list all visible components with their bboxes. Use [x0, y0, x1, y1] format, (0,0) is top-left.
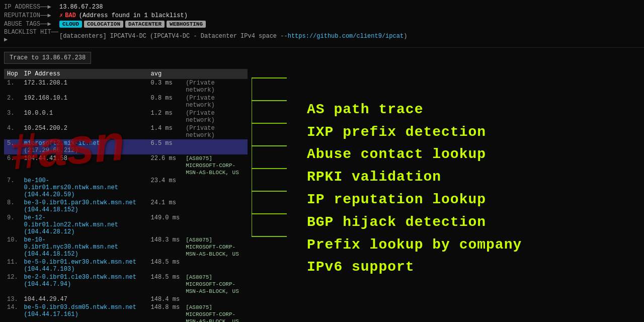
- hop-number: 13.: [4, 295, 21, 303]
- hop-ip: 10.254.200.2: [21, 124, 142, 139]
- hop-note: [183, 258, 248, 273]
- col-avg: avg: [148, 69, 183, 79]
- hop-note: [183, 214, 248, 236]
- feature-item-6: Prefix lookup by company: [307, 234, 629, 257]
- hop-number: 9.: [4, 214, 21, 236]
- hop-number: 11.: [4, 258, 21, 273]
- hop-note: [AS8075] MICROSOFT-CORP-MSN-AS-BLOCK, US: [183, 303, 248, 322]
- hop-number: 8.: [4, 199, 21, 214]
- tag-webhosting: WEBHOSTING: [167, 21, 206, 28]
- feature-item-3: RPKI validation: [307, 166, 629, 189]
- left-panel: #asn Trace to 13.86.67.238 Hop IP Addres…: [0, 48, 252, 322]
- hop-number: 3.: [4, 109, 21, 124]
- features-list: AS path traceIXP prefix detectionAbuse c…: [267, 99, 629, 279]
- hop-note: (Private network): [183, 124, 248, 139]
- table-row: 14.be-5-0.ibr03.dsm05.ntwk.msn.net (104.…: [4, 303, 248, 322]
- hop-number: 6.: [4, 154, 21, 177]
- feature-item-4: IP reputation lookup: [307, 189, 629, 211]
- table-row: 3.10.0.0.11.2 ms(Private network): [4, 109, 248, 124]
- ip-value: 13.86.67.238: [59, 4, 103, 11]
- table-row: 8.be-3-0.ibr01.par30.ntwk.msn.net (104.4…: [4, 199, 248, 214]
- hop-avg: 148.4 ms: [148, 295, 183, 303]
- tag-datacenter: DATACENTER: [125, 21, 165, 28]
- table-row: 12.be-2-0.ibr01.cle30.ntwk.msn.net (104.…: [4, 273, 248, 295]
- hop-note: [AS8075] MICROSOFT-CORP-MSN-AS-BLOCK, US: [183, 236, 248, 258]
- hop-note: [AS8075] MICROSOFT-CORP-MSN-AS-BLOCK, US: [183, 273, 248, 295]
- hop-ip: be-5-0.ibr01.ewr30.ntwk.msn.net (104.44.…: [21, 258, 142, 273]
- hop-avg: 148.3 ms: [148, 236, 183, 258]
- hop-number: 2.: [4, 94, 21, 109]
- table-row: 1.172.31.208.10.3 ms(Private network): [4, 79, 248, 94]
- hop-avg: 1.4 ms: [148, 124, 183, 139]
- hop-ip: be-10-0.ibr01.nyc30.ntwk.msn.net (104.44…: [21, 236, 142, 258]
- hop-avg: 0.8 ms: [148, 94, 183, 109]
- hop-ip: 192.168.10.1: [21, 94, 142, 109]
- hop-avg: 0.3 ms: [148, 79, 183, 94]
- table-row: 4.10.254.200.21.4 ms(Private network): [4, 124, 248, 139]
- hop-number: 12.: [4, 273, 21, 295]
- hop-ip: 10.0.0.1: [21, 109, 142, 124]
- hop-note: [183, 139, 248, 154]
- main-container: #asn Trace to 13.86.67.238 Hop IP Addres…: [0, 48, 644, 322]
- reputation-bad: BAD: [65, 12, 76, 19]
- blacklist-link[interactable]: https://github.com/client9/ipcat: [288, 33, 404, 40]
- table-row: 6.104.44.41.5822.6 ms[AS8075] MICROSOFT-…: [4, 154, 248, 177]
- table-row: 5.microsoft2.mix-it.net (217.29.66.212)6…: [4, 139, 248, 154]
- hop-number: 14.: [4, 303, 21, 322]
- hop-avg: 149.0 ms: [148, 214, 183, 236]
- hop-note: [AS8075] MICROSOFT-CORP-MSN-AS-BLOCK, US: [183, 154, 248, 177]
- hop-note: [183, 199, 248, 214]
- hop-ip: 104.44.29.47: [21, 295, 142, 303]
- hop-note: [183, 177, 248, 199]
- blacklist-text: [datacenters] IPCATV4-DC (IPCATV4-DC - D…: [59, 33, 288, 40]
- hop-ip[interactable]: microsoft2.mix-it.net (217.29.66.212): [21, 139, 142, 154]
- hop-ip: be-5-0.ibr03.dsm05.ntwk.msn.net (104.44.…: [21, 303, 142, 322]
- hop-avg: 6.5 ms: [148, 139, 183, 154]
- hop-avg: 148.5 ms: [148, 273, 183, 295]
- tag-cloud: CLOUD: [59, 21, 82, 28]
- hop-avg: 24.1 ms: [148, 199, 183, 214]
- table-row: 9.be-12-0.ibr01.lon22.ntwk.msn.net (104.…: [4, 214, 248, 236]
- hop-ip: be-2-0.ibr01.cle30.ntwk.msn.net (104.44.…: [21, 273, 142, 295]
- hop-avg: 148.8 ms: [148, 303, 183, 322]
- trace-table: Hop IP Address avg 1.172.31.208.10.3 ms(…: [4, 69, 248, 322]
- ip-label: IP ADDRESS——▶: [4, 3, 59, 11]
- feature-item-0: AS path trace: [307, 99, 629, 121]
- table-row: 7.be-100-0.ibr01.mrs20.ntwk.msn.net (104…: [4, 177, 248, 199]
- feature-item-2: Abuse contact lookup: [307, 143, 629, 166]
- hop-number: 7.: [4, 177, 21, 199]
- table-row: 10.be-10-0.ibr01.nyc30.ntwk.msn.net (104…: [4, 236, 248, 258]
- hop-number: 5.: [4, 139, 21, 154]
- reputation-detail: (Address found in 1 blacklist): [79, 12, 188, 19]
- hop-ip: be-12-0.ibr01.lon22.ntwk.msn.net (104.44…: [21, 214, 142, 236]
- hop-note: (Private network): [183, 79, 248, 94]
- hop-avg: 1.2 ms: [148, 109, 183, 124]
- trace-button[interactable]: Trace to 13.86.67.238: [4, 52, 91, 64]
- hop-avg: 23.4 ms: [148, 177, 183, 199]
- hop-ip: be-100-0.ibr01.mrs20.ntwk.msn.net (104.4…: [21, 177, 142, 199]
- col-info: [183, 69, 248, 79]
- col-hop: Hop: [4, 69, 21, 79]
- col-ip: IP Address: [21, 69, 142, 79]
- tag-colocation: COLOCATION: [84, 21, 123, 28]
- hop-ip: 104.44.41.58: [21, 154, 142, 177]
- hop-ip: be-3-0.ibr01.par30.ntwk.msn.net (104.44.…: [21, 199, 142, 214]
- hop-number: 10.: [4, 236, 21, 258]
- feature-item-1: IXP prefix detection: [307, 121, 629, 144]
- table-row: 11.be-5-0.ibr01.ewr30.ntwk.msn.net (104.…: [4, 258, 248, 273]
- abuse-label: ABUSE TAGS——▶: [4, 20, 59, 28]
- blacklist-label: BLACKLIST HIT——▶: [4, 29, 59, 43]
- hop-avg: 148.5 ms: [148, 258, 183, 273]
- hop-ip: 172.31.208.1: [21, 79, 142, 94]
- hop-note: [183, 295, 248, 303]
- hop-note: (Private network): [183, 109, 248, 124]
- right-panel: AS path traceIXP prefix detectionAbuse c…: [252, 48, 644, 322]
- col-avg-label: [142, 69, 148, 79]
- hop-number: 4.: [4, 124, 21, 139]
- hop-avg: 22.6 ms: [148, 154, 183, 177]
- feature-item-5: BGP hijack detection: [307, 211, 629, 234]
- blacklist-close: ): [404, 33, 407, 40]
- table-row: 13.104.44.29.47148.4 ms: [4, 295, 248, 303]
- feature-item-7: IPv6 support: [307, 256, 629, 279]
- bad-icon: ✗: [59, 12, 63, 19]
